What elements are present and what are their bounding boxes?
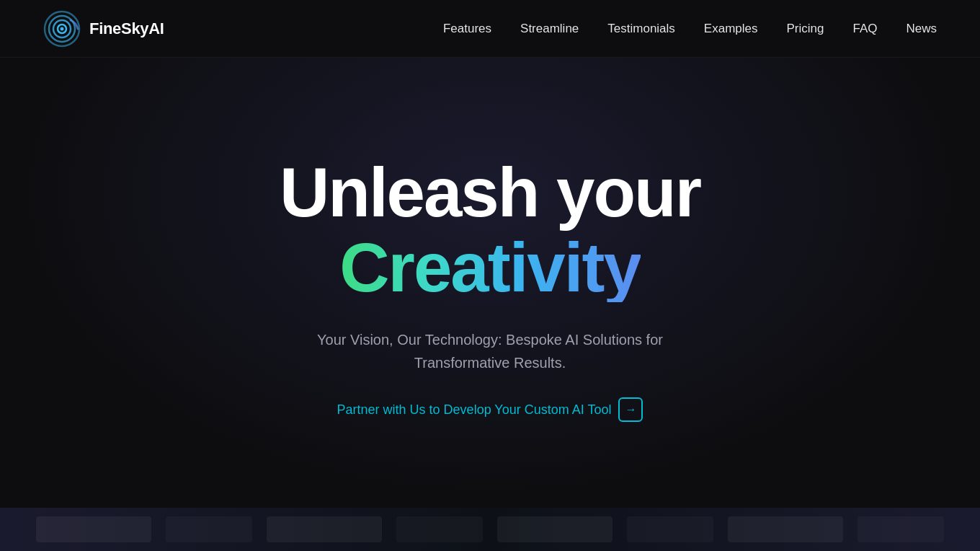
strip-item-8	[858, 516, 944, 542]
hero-title-line2: Creativity	[339, 233, 641, 302]
nav-links: Features Streamline Testimonials Example…	[443, 22, 937, 36]
navbar: FineSkyAI Features Streamline Testimonia…	[0, 0, 980, 58]
logo-icon	[43, 10, 81, 48]
strip-item-1	[36, 516, 151, 542]
bottom-strip	[0, 508, 980, 551]
hero-title-line1: Unleash your	[280, 158, 700, 227]
brand-name: FineSkyAI	[89, 19, 164, 38]
hero-cta-text: Partner with Us to Develop Your Custom A…	[337, 402, 612, 418]
strip-item-2	[166, 516, 252, 542]
nav-item-examples[interactable]: Examples	[704, 22, 758, 36]
cta-arrow-icon: →	[618, 397, 643, 422]
nav-item-pricing[interactable]: Pricing	[787, 22, 824, 36]
hero-section: Unleash your Creativity Your Vision, Our…	[0, 58, 980, 508]
nav-item-faq[interactable]: FAQ	[852, 22, 877, 36]
strip-item-3	[267, 516, 382, 542]
nav-item-testimonials[interactable]: Testimonials	[607, 22, 675, 36]
strip-item-5	[497, 516, 612, 542]
hero-cta-link[interactable]: Partner with Us to Develop Your Custom A…	[337, 397, 643, 422]
hero-subtitle: Your Vision, Our Technology: Bespoke AI …	[303, 328, 677, 374]
strip-item-4	[396, 516, 483, 542]
svg-point-4	[61, 27, 64, 30]
strip-item-7	[728, 516, 843, 542]
logo-area[interactable]: FineSkyAI	[43, 10, 164, 48]
nav-item-news[interactable]: News	[906, 22, 937, 36]
nav-item-streamline[interactable]: Streamline	[520, 22, 579, 36]
strip-item-6	[627, 516, 713, 542]
nav-item-features[interactable]: Features	[443, 22, 491, 36]
